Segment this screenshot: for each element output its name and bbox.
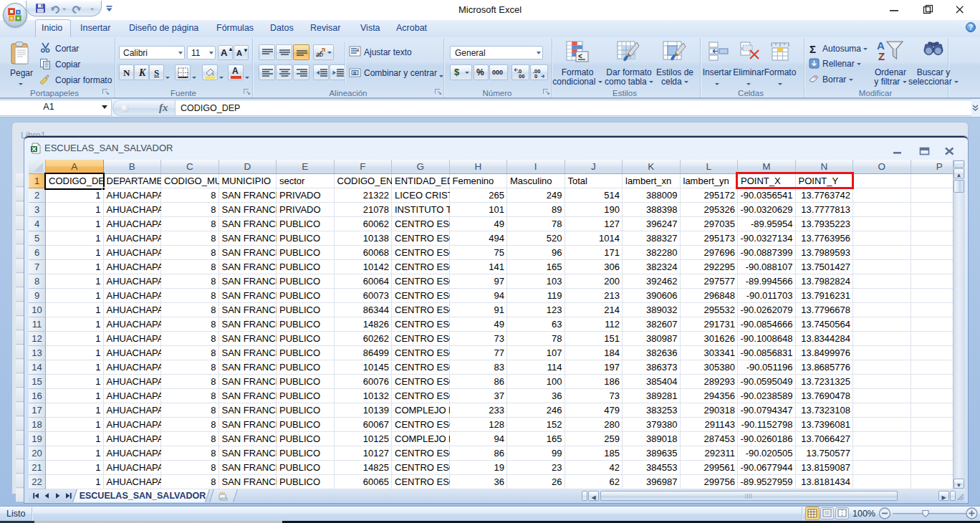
svg-text:a: a: [353, 70, 356, 75]
svg-text:ab: ab: [316, 51, 323, 58]
svg-text:00: 00: [519, 73, 524, 79]
svg-text:<: <: [578, 52, 582, 60]
svg-text:0: 0: [534, 73, 537, 79]
svg-text:Z: Z: [878, 50, 885, 62]
